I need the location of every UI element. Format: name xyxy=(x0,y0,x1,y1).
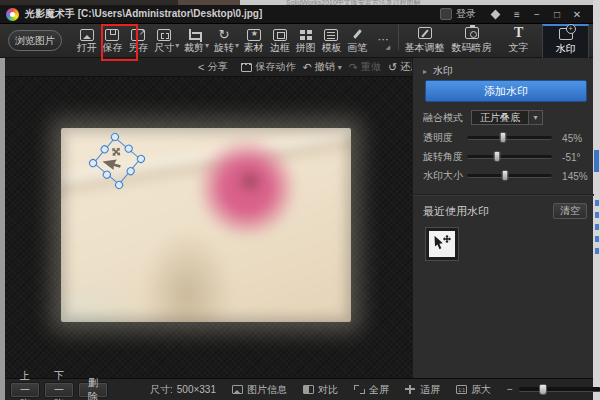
clear-button[interactable]: 清空 xyxy=(553,203,587,219)
rotation-slider-knob[interactable] xyxy=(493,151,500,162)
template-button[interactable]: 模板 xyxy=(318,25,344,57)
tab-basic-adjust[interactable]: 基本调整 xyxy=(401,24,448,58)
brush-button[interactable]: 画笔 xyxy=(344,25,370,57)
material-button[interactable]: 素材 xyxy=(241,25,267,57)
skin-icon[interactable] xyxy=(491,9,501,19)
background-window-left xyxy=(0,58,5,400)
collapse-triangle-icon[interactable]: ▸ xyxy=(423,67,427,76)
camera-icon xyxy=(465,27,479,39)
share-button[interactable]: < 分享 xyxy=(198,60,227,74)
blend-mode-select[interactable]: 正片叠底 xyxy=(471,110,529,125)
rotation-label: 旋转角度 xyxy=(423,150,467,164)
undo-button[interactable]: ↶ 撤销 ▾ xyxy=(302,60,341,74)
maximize-button[interactable]: □ xyxy=(547,9,567,20)
border-icon xyxy=(273,29,287,41)
image-info-icon xyxy=(232,385,243,394)
basic-adjust-icon xyxy=(418,27,432,39)
opacity-row: 透明度 45% xyxy=(423,131,591,145)
original-size-icon: 1:1 xyxy=(456,385,467,394)
crop-button[interactable]: 裁剪 xyxy=(181,25,207,57)
blend-mode-caret[interactable]: ▾ xyxy=(529,110,543,125)
redo-button[interactable]: ↷ 重做 xyxy=(349,60,381,74)
opacity-slider-knob[interactable] xyxy=(499,132,506,143)
rotate-button[interactable]: ↻ 旋转 xyxy=(211,25,237,57)
compare-icon xyxy=(303,385,314,394)
tab-digital-darkroom[interactable]: 数码暗房 xyxy=(448,24,495,58)
recent-watermarks-label: 最近使用水印 xyxy=(423,204,489,219)
watermark-size-slider[interactable] xyxy=(467,174,552,178)
crop-icon xyxy=(187,29,201,41)
panel-header: ▸ 水印 xyxy=(423,64,453,78)
watermark-size-value: 145% xyxy=(562,171,591,182)
original-size-button[interactable]: 1:1 原大 xyxy=(456,383,491,397)
material-icon xyxy=(247,29,261,41)
canvas-area[interactable] xyxy=(0,77,412,378)
more-tools-button[interactable]: ⋯ xyxy=(370,25,396,57)
next-image-button[interactable]: 下一张 xyxy=(44,382,74,398)
watermark-size-slider-knob[interactable] xyxy=(501,170,508,181)
resize-icon xyxy=(157,29,171,41)
watermark-icon xyxy=(559,28,573,40)
zoom-slider-track[interactable] xyxy=(519,387,600,392)
login-button[interactable]: 登录 xyxy=(440,7,476,21)
undo-icon: ↶ xyxy=(302,61,311,74)
rotation-value: -51° xyxy=(562,152,591,163)
avatar-icon xyxy=(440,8,452,20)
zoom-out-button[interactable]: − xyxy=(507,384,513,395)
tab-text[interactable]: T 文字 xyxy=(495,24,542,58)
zoom-slider-knob[interactable] xyxy=(539,384,547,395)
compare-button[interactable]: 对比 xyxy=(303,383,338,397)
delete-image-button[interactable]: 删除 xyxy=(78,382,108,398)
undo-dropdown-caret[interactable]: ▾ xyxy=(338,63,342,72)
previous-image-button[interactable]: 上一张 xyxy=(10,382,40,398)
fullscreen-button[interactable]: 全屏 xyxy=(354,383,389,397)
restore-icon: ↺ xyxy=(388,61,397,74)
fullscreen-icon xyxy=(354,385,365,394)
status-bar: 上一张 下一张 删除 尺寸:500×331 图片信息 对比 全屏 适屏 1:1 … xyxy=(0,378,593,400)
tab-watermark[interactable]: 水印 xyxy=(542,24,589,58)
brush-icon xyxy=(350,29,364,41)
open-button[interactable]: 打开 xyxy=(74,25,100,57)
fit-screen-icon xyxy=(405,385,416,394)
rotation-slider[interactable] xyxy=(467,155,552,159)
add-watermark-button[interactable]: 添加水印 xyxy=(425,80,587,102)
titlebar: 光影魔术手 [C:\Users\Administrator\Desktop\0.… xyxy=(0,5,593,24)
cursor-move-icon xyxy=(432,234,452,254)
app-logo-icon xyxy=(6,8,19,21)
image-size-readout: 尺寸:500×331 xyxy=(150,383,216,397)
rotate-icon: ↻ xyxy=(217,29,231,41)
close-button[interactable]: ✕ xyxy=(567,9,587,20)
window-title: 光影魔术手 [C:\Users\Administrator\Desktop\0.… xyxy=(25,7,262,21)
template-icon xyxy=(324,29,338,41)
rotation-row: 旋转角度 -51° xyxy=(423,150,591,164)
watermark-size-label: 水印大小 xyxy=(423,169,467,183)
blend-mode-row: 融合模式 正片叠底 ▾ xyxy=(423,110,543,125)
text-icon: T xyxy=(512,27,526,39)
resize-button[interactable]: 尺寸 xyxy=(151,25,177,57)
open-icon xyxy=(80,29,94,41)
main-toolbar: 浏览图片 打开 保存 另存 尺寸 ▾ 裁剪 ▾ ↻ 旋转 ▾ 素材 边框 拼图 … xyxy=(0,24,593,58)
background-blue-links xyxy=(595,200,599,260)
browse-images-button[interactable]: 浏览图片 xyxy=(8,30,62,51)
border-button[interactable]: 边框 xyxy=(267,25,293,57)
opacity-slider[interactable] xyxy=(467,136,552,140)
save-action-icon xyxy=(241,63,252,72)
redo-icon: ↷ xyxy=(349,61,358,74)
watermark-panel: ▸ 水印 添加水印 融合模式 正片叠底 ▾ 透明度 45% 旋转角度 -51° … xyxy=(412,58,593,378)
save-action-button[interactable]: 保存动作 xyxy=(241,60,295,74)
minimize-button[interactable]: − xyxy=(527,9,547,20)
fit-screen-button[interactable]: 适屏 xyxy=(405,383,440,397)
toolbar-divider xyxy=(398,24,399,50)
background-blue-icon xyxy=(594,150,599,172)
opacity-value: 45% xyxy=(562,133,591,144)
image-info-button[interactable]: 图片信息 xyxy=(232,383,287,397)
collage-button[interactable]: 拼图 xyxy=(293,25,319,57)
panel-divider xyxy=(413,194,594,195)
background-window-right xyxy=(593,0,600,400)
collage-icon xyxy=(299,29,313,41)
zoom-control: − + xyxy=(507,384,600,395)
opacity-label: 透明度 xyxy=(423,131,467,145)
recent-watermark-thumbnail[interactable] xyxy=(425,227,459,261)
blend-mode-label: 融合模式 xyxy=(423,111,463,125)
main-menu-icon[interactable]: ≡ xyxy=(507,9,527,20)
